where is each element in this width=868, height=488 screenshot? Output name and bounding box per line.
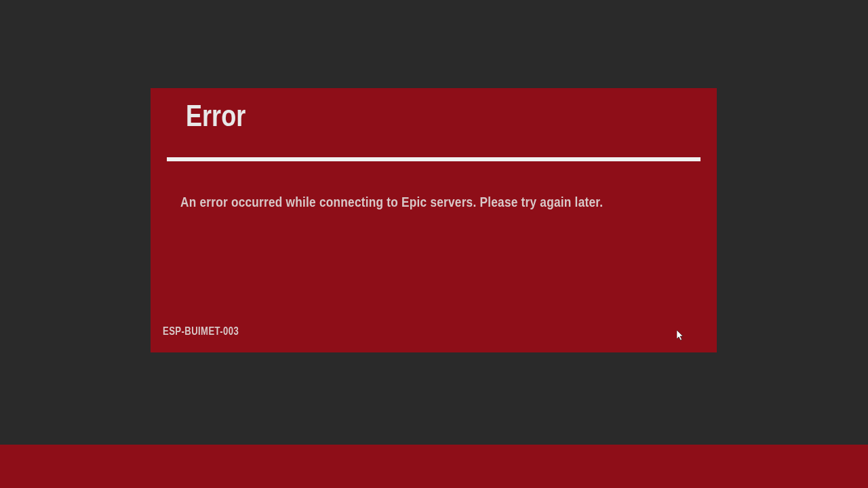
bottom-bar bbox=[0, 445, 868, 488]
divider bbox=[167, 157, 701, 161]
error-message: An error occurred while connecting to Ep… bbox=[180, 194, 605, 210]
error-code: ESP-BUIMET-003 bbox=[163, 325, 239, 338]
error-title: Error bbox=[186, 99, 606, 133]
error-dialog: Error An error occurred while connecting… bbox=[151, 88, 717, 352]
